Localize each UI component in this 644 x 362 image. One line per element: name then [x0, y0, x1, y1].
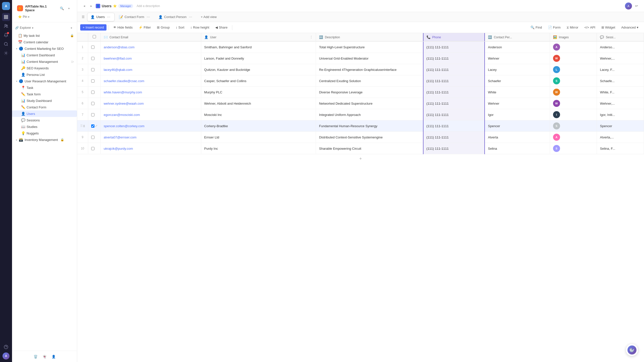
email-link[interactable]: white.haven@murphy.com [104, 90, 142, 94]
nav-settings[interactable] [2, 49, 10, 57]
widget-button[interactable]: ⊞ Widget [599, 24, 618, 31]
workspace-search[interactable]: 🔍 [59, 5, 65, 11]
cell-email[interactable]: anderson@sbas.com [100, 41, 201, 53]
row-checkbox-cell[interactable] [88, 75, 100, 87]
sidebar-item-nuggets[interactable]: 💡 Nuggets [12, 130, 77, 136]
drag-handle[interactable]: ⠿ [80, 124, 83, 128]
email-link[interactable]: alverta07@ernser.com [104, 135, 137, 139]
sidebar-item-users[interactable]: 👤 Users [12, 110, 77, 117]
email-link[interactable]: bwehner@lfad.com [104, 57, 132, 60]
sort-button[interactable]: ↕ Sort [173, 24, 187, 31]
row-checkbox-cell[interactable] [88, 53, 100, 64]
user-avatar[interactable]: A [2, 2, 10, 10]
add-row-button[interactable]: + [77, 154, 644, 163]
row-checkbox[interactable] [91, 113, 94, 116]
nav-notifications[interactable] [2, 31, 10, 39]
col-header-user[interactable]: 👤 User ⋮ [201, 33, 316, 41]
workspace-add[interactable]: + [66, 5, 72, 11]
sidebar-item-seo-keywords[interactable]: 🔑 SEO Keywords [12, 65, 77, 71]
sidebar-item-content-management[interactable]: 📊 Content Management ▷ [12, 58, 77, 65]
row-checkbox-cell[interactable]: ⤢ [88, 120, 100, 132]
cell-email[interactable]: white.haven@murphy.com [100, 87, 201, 98]
topbar-avatar[interactable]: A [625, 3, 632, 10]
tab-contact-person[interactable]: 👤 Contact Person ⋯ [155, 13, 196, 21]
sidebar-item-contact-form[interactable]: ✏️ Contact Form [12, 104, 77, 110]
breadcrumb-star[interactable]: ⭐ [113, 4, 117, 8]
col-header-session[interactable]: 💬 Sessi... [597, 33, 644, 41]
col-header-checkbox[interactable] [88, 33, 100, 41]
hide-fields-button[interactable]: 👁 Hide fields [111, 24, 135, 31]
nav-profile[interactable]: A [2, 352, 10, 360]
sidebar-item-studies[interactable]: 📖 Studies [12, 123, 77, 130]
nav-home[interactable] [2, 13, 10, 21]
sidebar-item-task-form[interactable]: ✏️ Task form [12, 91, 77, 97]
cell-email[interactable]: ukrajcik@purdy.com [100, 143, 201, 154]
row-checkbox[interactable] [91, 68, 94, 71]
row-checkbox-cell[interactable] [88, 87, 100, 98]
insert-record-button[interactable]: + Insert record [80, 24, 106, 31]
row-checkbox-cell[interactable] [88, 143, 100, 154]
sidebar-item-content-calendar[interactable]: 📅 Content calendar [12, 39, 77, 45]
sidebar-item-content-dashboard[interactable]: 📊 Content Dashboard [12, 52, 77, 58]
row-checkbox-cell[interactable] [88, 64, 100, 75]
form-button[interactable]: 📄 Form [546, 24, 563, 31]
nav-back[interactable]: ◂ [81, 3, 87, 9]
row-checkbox-cell[interactable] [88, 109, 100, 120]
row-checkbox[interactable] [91, 102, 94, 105]
cell-email[interactable]: wehner.sydnee@waah.com [100, 98, 201, 109]
share-button[interactable]: ◀ Share [213, 24, 230, 31]
cell-email[interactable]: schaefer.claudie@csac.com [100, 75, 201, 87]
add-view-button[interactable]: + Add view [198, 14, 219, 20]
email-link[interactable]: egorczan@mosciski.com [104, 113, 140, 117]
cell-email[interactable]: egorczan@mosciski.com [100, 109, 201, 120]
row-checkbox-cell[interactable] [88, 41, 100, 53]
nav-members[interactable] [2, 22, 10, 30]
sidebar-item-task[interactable]: 📍 Task [12, 84, 77, 91]
filter-button[interactable]: ⚡ Filter [136, 24, 153, 31]
row-checkbox[interactable] [91, 124, 94, 128]
footer-ghost-btn[interactable]: 👻 [41, 353, 48, 360]
sidebar-item-persona-list[interactable]: 👤 Persona List [12, 71, 77, 78]
email-link[interactable]: spencer.colten@corkey.com [104, 124, 145, 128]
row-checkbox[interactable] [91, 79, 94, 83]
col-header-contact-email[interactable]: ✉️ Contact Email [100, 33, 201, 41]
nav-help[interactable] [2, 343, 10, 351]
sidebar-section-user-research[interactable]: ▾ 🔵 User Research Management [12, 78, 77, 84]
row-checkbox-cell[interactable] [88, 132, 100, 143]
floating-action-button[interactable]: 🦭 [626, 344, 638, 356]
row-checkbox[interactable] [91, 57, 94, 60]
pin-section[interactable]: ⭐ Pin ▾ [15, 14, 74, 20]
email-link[interactable]: anderson@sbas.com [104, 45, 135, 49]
topbar-undo[interactable]: ↩ [633, 3, 640, 10]
explorer-header[interactable]: 🔗 Explorer ▾ + [15, 24, 74, 31]
cell-email[interactable]: spencer.colten@corkey.com [100, 120, 201, 132]
workspace-selector[interactable]: 🔶 APITable No.1 Space 🔍 + [15, 3, 74, 14]
tab-contact-person-more[interactable]: ⋯ [188, 15, 193, 20]
row-checkbox[interactable] [91, 147, 94, 150]
row-height-button[interactable]: ↕ Row height [188, 24, 212, 31]
cell-email[interactable]: alverta07@ernser.com [100, 132, 201, 143]
advanced-button[interactable]: Advanced ▾ [619, 24, 641, 31]
col-header-images[interactable]: 🖼️ Images [550, 33, 597, 41]
sidebar-section-content-marketing[interactable]: ▾ 🔵 Content Marketing for SEO [12, 45, 77, 52]
nav-search[interactable] [2, 40, 10, 48]
group-button[interactable]: ⊞ Group [154, 24, 172, 31]
sidebar-item-study-dashboard[interactable]: 📊 Study Dashboard [12, 97, 77, 104]
explorer-add[interactable]: + [69, 25, 74, 30]
cell-email[interactable]: lacey46@qkab.com [100, 64, 201, 75]
sidebar-item-my-task-list[interactable]: 📋 My task list 🔒 [12, 32, 77, 39]
email-link[interactable]: schaefer.claudie@csac.com [104, 79, 144, 83]
find-button[interactable]: 🔍 Find [528, 24, 544, 31]
tab-contact-form-more[interactable]: ⋯ [146, 15, 151, 20]
nav-forward[interactable]: ▸ [88, 3, 94, 9]
tab-contact-form[interactable]: 📝 Contact Form ⋯ [116, 13, 154, 21]
col-header-contact-person[interactable]: 🔤 Contact Per... [485, 33, 550, 41]
tab-users-more[interactable]: ⋯ [106, 15, 111, 20]
row-checkbox-cell[interactable] [88, 98, 100, 109]
footer-add-user-btn[interactable]: 👤 [50, 353, 57, 360]
cell-email[interactable]: bwehner@lfad.com [100, 53, 201, 64]
col-header-description[interactable]: 🔤 Description [316, 33, 423, 41]
sidebar-toggle[interactable]: ☰ [80, 14, 86, 20]
user-col-menu[interactable]: ⋮ [310, 35, 313, 39]
mirror-button[interactable]: ⧖ Mirror [564, 24, 581, 31]
